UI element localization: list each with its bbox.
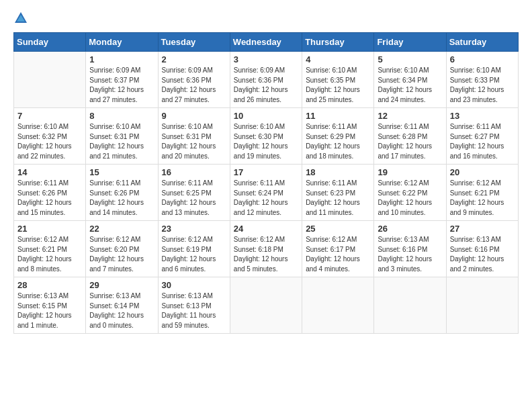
calendar-week-3: 14Sunrise: 6:11 AMSunset: 6:26 PMDayligh… — [14, 165, 519, 221]
day-number: 5 — [378, 54, 442, 64]
calendar-cell: 17Sunrise: 6:11 AMSunset: 6:24 PMDayligh… — [230, 165, 302, 221]
calendar-cell: 20Sunrise: 6:12 AMSunset: 6:21 PMDayligh… — [446, 165, 518, 221]
calendar-cell: 16Sunrise: 6:11 AMSunset: 6:25 PMDayligh… — [158, 165, 230, 221]
calendar-cell: 3Sunrise: 6:09 AMSunset: 6:36 PMDaylight… — [230, 52, 302, 108]
calendar-table: SundayMondayTuesdayWednesdayThursdayFrid… — [13, 32, 519, 334]
day-number: 22 — [89, 224, 154, 234]
calendar-cell: 24Sunrise: 6:12 AMSunset: 6:18 PMDayligh… — [230, 221, 302, 277]
day-info: Sunrise: 6:09 AMSunset: 6:36 PMDaylight:… — [234, 66, 298, 105]
calendar-cell: 8Sunrise: 6:10 AMSunset: 6:31 PMDaylight… — [86, 108, 158, 165]
day-info: Sunrise: 6:09 AMSunset: 6:37 PMDaylight:… — [89, 66, 154, 105]
day-number: 16 — [162, 167, 226, 177]
calendar-cell: 18Sunrise: 6:11 AMSunset: 6:23 PMDayligh… — [302, 165, 374, 221]
calendar-cell: 7Sunrise: 6:10 AMSunset: 6:32 PMDaylight… — [14, 108, 86, 165]
day-info: Sunrise: 6:09 AMSunset: 6:36 PMDaylight:… — [162, 66, 226, 105]
calendar-week-2: 7Sunrise: 6:10 AMSunset: 6:32 PMDaylight… — [14, 108, 519, 165]
day-number: 2 — [162, 54, 226, 64]
calendar-cell: 10Sunrise: 6:10 AMSunset: 6:30 PMDayligh… — [230, 108, 302, 165]
logo — [13, 11, 31, 26]
calendar-cell: 12Sunrise: 6:11 AMSunset: 6:28 PMDayligh… — [374, 108, 446, 165]
calendar-cell: 13Sunrise: 6:11 AMSunset: 6:27 PMDayligh… — [446, 108, 518, 165]
calendar-cell: 1Sunrise: 6:09 AMSunset: 6:37 PMDaylight… — [86, 52, 158, 108]
calendar-cell — [14, 52, 86, 108]
day-number: 26 — [378, 224, 442, 234]
weekday-header-row: SundayMondayTuesdayWednesdayThursdayFrid… — [14, 33, 519, 52]
day-number: 20 — [450, 167, 515, 177]
day-number: 10 — [234, 111, 298, 121]
day-number: 1 — [89, 54, 154, 64]
calendar-cell: 21Sunrise: 6:12 AMSunset: 6:21 PMDayligh… — [14, 221, 86, 277]
weekday-header-thursday: Thursday — [302, 33, 374, 52]
day-info: Sunrise: 6:11 AMSunset: 6:23 PMDaylight:… — [306, 179, 370, 218]
calendar-cell: 2Sunrise: 6:09 AMSunset: 6:36 PMDaylight… — [158, 52, 230, 108]
calendar-cell: 5Sunrise: 6:10 AMSunset: 6:34 PMDaylight… — [374, 52, 446, 108]
calendar-cell: 27Sunrise: 6:13 AMSunset: 6:16 PMDayligh… — [446, 221, 518, 277]
weekday-header-saturday: Saturday — [446, 33, 518, 52]
calendar-cell: 6Sunrise: 6:10 AMSunset: 6:33 PMDaylight… — [446, 52, 518, 108]
day-info: Sunrise: 6:10 AMSunset: 6:33 PMDaylight:… — [450, 66, 515, 105]
weekday-header-wednesday: Wednesday — [230, 33, 302, 52]
calendar-cell — [230, 277, 302, 334]
day-number: 27 — [450, 224, 515, 234]
calendar-cell: 4Sunrise: 6:10 AMSunset: 6:35 PMDaylight… — [302, 52, 374, 108]
day-number: 11 — [306, 111, 370, 121]
day-info: Sunrise: 6:10 AMSunset: 6:35 PMDaylight:… — [306, 66, 370, 105]
day-info: Sunrise: 6:10 AMSunset: 6:32 PMDaylight:… — [17, 122, 82, 161]
calendar-cell: 26Sunrise: 6:13 AMSunset: 6:16 PMDayligh… — [374, 221, 446, 277]
weekday-header-tuesday: Tuesday — [158, 33, 230, 52]
day-info: Sunrise: 6:12 AMSunset: 6:17 PMDaylight:… — [306, 235, 370, 274]
day-info: Sunrise: 6:13 AMSunset: 6:14 PMDaylight:… — [89, 291, 154, 330]
calendar-cell: 19Sunrise: 6:12 AMSunset: 6:22 PMDayligh… — [374, 165, 446, 221]
day-info: Sunrise: 6:12 AMSunset: 6:18 PMDaylight:… — [234, 235, 298, 274]
day-number: 24 — [234, 224, 298, 234]
logo-icon — [13, 11, 28, 26]
day-info: Sunrise: 6:11 AMSunset: 6:25 PMDaylight:… — [162, 179, 226, 218]
day-number: 3 — [234, 54, 298, 64]
day-number: 9 — [162, 111, 226, 121]
calendar-cell — [374, 277, 446, 334]
day-number: 8 — [89, 111, 154, 121]
calendar-cell: 11Sunrise: 6:11 AMSunset: 6:29 PMDayligh… — [302, 108, 374, 165]
weekday-header-sunday: Sunday — [14, 33, 86, 52]
day-number: 23 — [162, 224, 226, 234]
calendar-cell — [446, 277, 518, 334]
day-number: 13 — [450, 111, 515, 121]
page-header — [13, 11, 519, 26]
day-info: Sunrise: 6:13 AMSunset: 6:15 PMDaylight:… — [17, 291, 82, 330]
day-info: Sunrise: 6:13 AMSunset: 6:13 PMDaylight:… — [162, 291, 226, 330]
day-info: Sunrise: 6:11 AMSunset: 6:24 PMDaylight:… — [234, 179, 298, 218]
day-info: Sunrise: 6:10 AMSunset: 6:34 PMDaylight:… — [378, 66, 442, 105]
day-number: 18 — [306, 167, 370, 177]
day-number: 21 — [17, 224, 82, 234]
calendar-body: 1Sunrise: 6:09 AMSunset: 6:37 PMDaylight… — [14, 52, 519, 334]
day-number: 7 — [17, 111, 82, 121]
day-number: 30 — [162, 280, 226, 290]
day-info: Sunrise: 6:13 AMSunset: 6:16 PMDaylight:… — [378, 235, 442, 274]
calendar-week-4: 21Sunrise: 6:12 AMSunset: 6:21 PMDayligh… — [14, 221, 519, 277]
day-info: Sunrise: 6:10 AMSunset: 6:31 PMDaylight:… — [162, 122, 226, 161]
day-info: Sunrise: 6:13 AMSunset: 6:16 PMDaylight:… — [450, 235, 515, 274]
day-info: Sunrise: 6:11 AMSunset: 6:26 PMDaylight:… — [17, 179, 82, 218]
weekday-header-monday: Monday — [86, 33, 158, 52]
day-info: Sunrise: 6:10 AMSunset: 6:31 PMDaylight:… — [89, 122, 154, 161]
calendar-cell: 14Sunrise: 6:11 AMSunset: 6:26 PMDayligh… — [14, 165, 86, 221]
day-info: Sunrise: 6:12 AMSunset: 6:21 PMDaylight:… — [17, 235, 82, 274]
day-info: Sunrise: 6:10 AMSunset: 6:30 PMDaylight:… — [234, 122, 298, 161]
day-number: 25 — [306, 224, 370, 234]
day-info: Sunrise: 6:12 AMSunset: 6:20 PMDaylight:… — [89, 235, 154, 274]
day-info: Sunrise: 6:12 AMSunset: 6:19 PMDaylight:… — [162, 235, 226, 274]
day-info: Sunrise: 6:11 AMSunset: 6:28 PMDaylight:… — [378, 122, 442, 161]
day-number: 6 — [450, 54, 515, 64]
calendar-cell: 29Sunrise: 6:13 AMSunset: 6:14 PMDayligh… — [86, 277, 158, 334]
weekday-header-friday: Friday — [374, 33, 446, 52]
calendar-week-5: 28Sunrise: 6:13 AMSunset: 6:15 PMDayligh… — [14, 277, 519, 334]
calendar-cell: 28Sunrise: 6:13 AMSunset: 6:15 PMDayligh… — [14, 277, 86, 334]
day-number: 28 — [17, 280, 82, 290]
day-info: Sunrise: 6:12 AMSunset: 6:22 PMDaylight:… — [378, 179, 442, 218]
calendar-cell: 9Sunrise: 6:10 AMSunset: 6:31 PMDaylight… — [158, 108, 230, 165]
calendar-week-1: 1Sunrise: 6:09 AMSunset: 6:37 PMDaylight… — [14, 52, 519, 108]
day-number: 14 — [17, 167, 82, 177]
day-number: 29 — [89, 280, 154, 290]
calendar-cell — [302, 277, 374, 334]
calendar-cell: 22Sunrise: 6:12 AMSunset: 6:20 PMDayligh… — [86, 221, 158, 277]
